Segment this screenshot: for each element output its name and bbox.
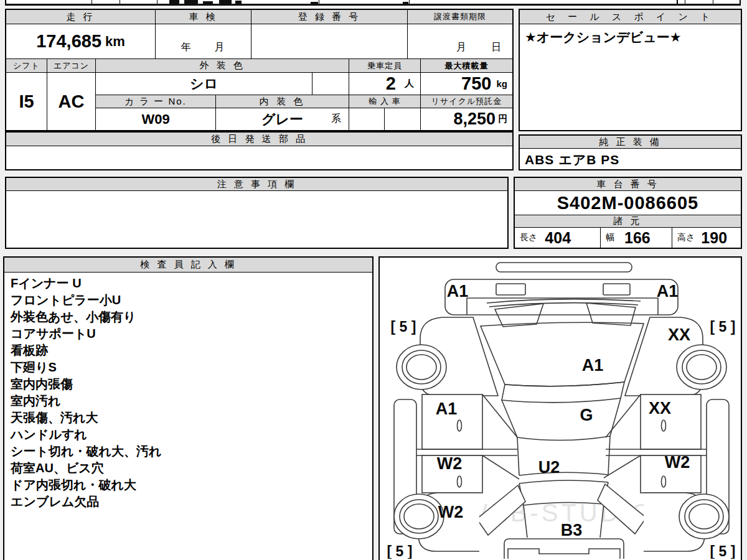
equipment-box: 純 正 装 備 ABS エアB PS [519, 134, 742, 170]
damage-code-label: W2 [438, 503, 464, 521]
transfer-value-cell: 月 日 [408, 24, 512, 59]
mileage-header: 走 行 [6, 10, 156, 24]
shift-header: シフト [6, 59, 47, 73]
import-value-cell-1 [349, 108, 385, 131]
registration-value-cell [251, 24, 408, 59]
aircon-header: エアコン [47, 59, 96, 73]
later-parts-value-cell [6, 146, 512, 169]
inspector-note: ハンドルすれ [11, 426, 369, 443]
damage-code-label: W2 [665, 453, 690, 472]
chassis-value: S402M-0086605 [557, 193, 698, 213]
sales-point-header: セ ー ル ス ポ イ ン ト [520, 10, 741, 24]
transfer-month-label: 月 [456, 41, 467, 54]
inspector-header: 検 査 員 記 入 欄 [4, 258, 372, 273]
spec-width-label: 幅 [606, 232, 614, 243]
sales-point-value: ★オークションデビュー★ [525, 29, 682, 46]
divider [713, 0, 713, 6]
inspector-note: Fインナー U [11, 275, 369, 292]
damage-code-label: B3 [561, 521, 583, 539]
capacity-unit: 人 [405, 78, 414, 90]
chassis-box: 車 台 番 号 S402M-0086605 諸 元 長さ 404 幅 166 高… [514, 177, 742, 249]
inspection-year-label: 年 [181, 41, 192, 54]
color-no-value-cell: W09 [96, 108, 216, 131]
cutoff-top-row [5, 0, 741, 6]
damage-code-label: [ 5 ] [391, 319, 416, 335]
inspection-month-label: 月 [215, 41, 226, 54]
capacity-value-cell: 2 人 [349, 73, 421, 95]
inspector-note: コアサポートU [11, 325, 369, 342]
damage-code-label: A1 [582, 356, 604, 375]
cutoff-glyph [403, 2, 408, 5]
damage-code-label: G [580, 406, 593, 424]
divider [685, 0, 685, 6]
spec-length-cell: 長さ 404 [515, 228, 601, 248]
damage-diagram-box: WEB-STUDIO.RU [378, 256, 742, 560]
damage-code-label: [ 5 ] [710, 319, 736, 335]
damage-code-label: XX [649, 399, 671, 418]
damage-code-label: XX [668, 325, 690, 344]
capacity-value: 2 [386, 73, 396, 94]
vehicle-info-table: 走 行 車 検 登 録 番 号 譲渡書類期限 174,685 km 年 月 月 … [5, 9, 514, 170]
inspector-note: フロントピラー小U [11, 292, 369, 309]
exterior-color-value-cell: シロ [96, 73, 312, 95]
spec-height-cell: 高さ 190 [672, 228, 741, 248]
divider [92, 0, 92, 6]
spec-length-value: 404 [545, 229, 571, 247]
inspector-note: 室内汚れ [11, 393, 369, 409]
spec-length-label: 長さ [520, 232, 537, 243]
divider [120, 0, 120, 6]
color-no-value: W09 [141, 111, 169, 128]
inspection-value-cell: 年 月 [156, 24, 251, 59]
recycle-value: 8,250 [453, 110, 496, 129]
max-load-value: 750 [461, 73, 491, 94]
divider [677, 0, 678, 6]
import-value-cell-2 [385, 108, 421, 131]
exterior-color-extra-cell [312, 73, 349, 95]
cutoff-glyph [235, 1, 242, 5]
damage-code-label: U2 [538, 458, 560, 477]
auction-sheet: { "vehicle_table": { "mileage_header": "… [0, 0, 747, 560]
registration-header: 登 録 番 号 [251, 10, 408, 24]
inspector-note: 室内内張傷 [11, 376, 369, 393]
spec-height-value: 190 [701, 229, 727, 247]
transfer-day-label: 日 [491, 41, 502, 54]
damage-code-label: [ 5 ] [387, 543, 413, 559]
spec-height-label: 高さ [677, 232, 695, 243]
mileage-value-cell: 174,685 km [6, 24, 156, 59]
inspector-note: シート切れ・破れ大、汚れ [11, 443, 369, 460]
inspector-note: 看板跡 [11, 342, 369, 359]
damage-code-label: A1 [447, 282, 469, 301]
spec-width-value: 166 [624, 229, 651, 247]
inspector-note: 天張傷、汚れ大 [11, 409, 369, 426]
recycle-unit: 円 [498, 113, 507, 125]
recycle-header: リサイクル預託金 [421, 95, 512, 108]
cutoff-glyph [169, 0, 179, 5]
inspector-note: 外装色あせ、小傷有り [11, 309, 369, 325]
vehicle-top-view-diagram: WEB-STUDIO.RU [380, 258, 741, 559]
chassis-value-cell: S402M-0086605 [515, 191, 741, 215]
damage-code-label: [ 5 ] [710, 543, 736, 559]
divider [157, 0, 157, 6]
divider [319, 0, 319, 6]
inspector-notes-list: Fインナー Uフロントピラー小U外装色あせ、小傷有りコアサポートU看板跡下廻りS… [11, 275, 369, 510]
inspection-header: 車 検 [156, 10, 251, 24]
damage-code-label: A1 [657, 282, 679, 301]
cutoff-glyph [184, 0, 198, 5]
mileage-value: 174,685 [36, 31, 101, 52]
inspector-box: 検 査 員 記 入 欄 Fインナー Uフロントピラー小U外装色あせ、小傷有りコア… [3, 256, 374, 560]
caution-box: 注 意 事 項 欄 [5, 177, 509, 249]
aircon-value-cell: AC [47, 73, 96, 131]
max-load-header: 最大積載量 [421, 59, 512, 73]
recycle-value-cell: 8,250 円 [421, 108, 512, 131]
later-parts-header: 後 日 発 送 部 品 [6, 131, 512, 146]
divider [409, 0, 410, 6]
cutoff-glyph [311, 2, 318, 5]
chassis-header: 車 台 番 号 [515, 178, 741, 191]
cutoff-glyph [203, 1, 213, 5]
inspector-note: ドア内張切れ・破れ大 [11, 477, 369, 493]
exterior-color-value: シロ [190, 75, 218, 93]
aircon-value: AC [59, 91, 85, 112]
max-load-unit: kg [496, 78, 507, 89]
capacity-header: 乗車定員 [349, 59, 421, 73]
mileage-unit: km [105, 34, 125, 50]
